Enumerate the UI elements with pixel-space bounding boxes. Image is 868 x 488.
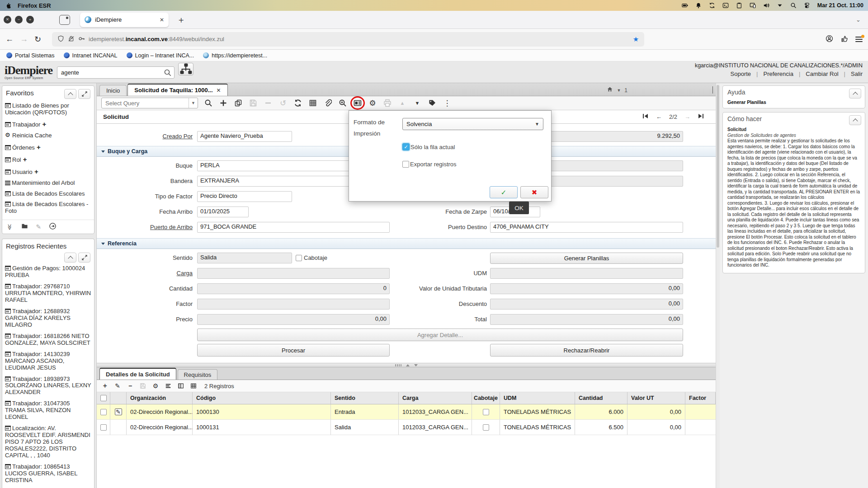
favorite-item[interactable]: Usuario +: [5, 168, 91, 176]
procesar-button[interactable]: Procesar: [197, 344, 390, 357]
plus-icon[interactable]: +: [40, 120, 46, 128]
tab-solicitud-taquilla[interactable]: Solicitud de Taquilla: 1000...✕: [127, 84, 227, 96]
recent-record-item[interactable]: Trabajador: 16818266 NIETO GONZALEZ, MAY…: [5, 333, 91, 347]
refresh-icon[interactable]: [293, 99, 302, 108]
col-carga[interactable]: Carga: [399, 392, 472, 404]
next-record-icon[interactable]: →: [684, 113, 690, 120]
favorite-item[interactable]: Trabajador +: [5, 120, 91, 128]
ayuda-collapse-button[interactable]: [849, 89, 861, 99]
pane-splitter[interactable]: [97, 363, 716, 367]
folder-icon[interactable]: [21, 223, 28, 231]
creado-por-label[interactable]: Creado Por: [97, 133, 193, 140]
detail-edit-icon[interactable]: ✎: [114, 382, 121, 389]
precio-field[interactable]: 0,00: [197, 314, 390, 325]
recent-record-item[interactable]: Trabajador: 12688932 GARCIA DÍAZ KARELYS…: [5, 308, 91, 328]
export-option[interactable]: Exportar registros: [402, 161, 457, 168]
window-minimize-button[interactable]: −: [15, 16, 23, 23]
menubar-caret-icon[interactable]: [777, 2, 783, 9]
print-format-select[interactable]: Solvencia ▼: [402, 118, 543, 130]
attachment-icon[interactable]: [323, 99, 332, 108]
unchecked-checkbox[interactable]: [402, 161, 409, 168]
last-record-icon[interactable]: [698, 113, 704, 120]
recent-expand-button[interactable]: [78, 253, 90, 263]
col-sentido[interactable]: Sentido: [331, 392, 399, 404]
tab-detalles-solicitud[interactable]: Detalles de la Solicitud: [99, 368, 176, 380]
first-record-icon[interactable]: [642, 113, 649, 120]
tab-inicio[interactable]: Inicio: [99, 85, 127, 96]
back-button[interactable]: ←: [5, 34, 14, 44]
bookmark-item[interactable]: Intranet INCANAL: [64, 52, 118, 59]
sentido-field[interactable]: Salida: [197, 253, 292, 263]
favorite-item[interactable]: Reinicia Cache: [5, 132, 91, 139]
tab-dropdown-icon[interactable]: ▼: [617, 88, 621, 93]
select-query-combo[interactable]: ▼: [101, 98, 198, 108]
rechazar-reabrir-button[interactable]: Rechazar/Reabrir: [490, 344, 683, 357]
bookmark-item[interactable]: https://idempieretest...: [203, 52, 267, 59]
sync-icon[interactable]: [709, 2, 716, 9]
vertical-scrollbar[interactable]: [716, 83, 720, 488]
select-query-input[interactable]: [102, 100, 189, 107]
puerto-arribo-label[interactable]: Puerto de Arribo: [97, 224, 193, 230]
cabotaje-cell-checkbox[interactable]: [483, 424, 489, 431]
tab-requisitos[interactable]: Requisitos: [178, 369, 218, 380]
splitter-grip-icon[interactable]: [395, 364, 401, 366]
soporte-link[interactable]: Soporte: [731, 70, 751, 77]
detail-column-toggle-icon[interactable]: [177, 382, 184, 389]
fecha-arribo-field[interactable]: 01/10/2025: [197, 206, 249, 217]
detail-save-icon[interactable]: [139, 382, 146, 389]
detail-record-icon[interactable]: ▼: [413, 99, 422, 108]
col-organizacion[interactable]: Organización: [127, 392, 193, 404]
reload-button[interactable]: ↻: [34, 34, 41, 44]
bookmark-star-icon[interactable]: ★: [633, 35, 639, 43]
cabotaje-cell-checkbox[interactable]: [483, 409, 489, 415]
share-icon[interactable]: [49, 223, 56, 231]
select-all-checkbox[interactable]: [100, 395, 107, 401]
search-icon[interactable]: [790, 2, 797, 9]
tipo-factor-field[interactable]: Precio Directo: [197, 191, 292, 202]
more-options-kebab-icon[interactable]: ⋮: [443, 99, 452, 108]
favorite-item[interactable]: Listado de Bienes por Ubicación (QR/FOTO…: [5, 103, 91, 116]
puerto-arribo-field[interactable]: 971_BOCA GRANDE: [197, 222, 390, 233]
col-factor[interactable]: Factor: [685, 392, 716, 404]
tab-overview-button[interactable]: [59, 15, 70, 25]
new-tab-button[interactable]: ＋: [172, 14, 190, 26]
key-icon[interactable]: [78, 35, 85, 43]
tabbar-chevron-icon[interactable]: ⌄: [856, 16, 864, 23]
window-close-button[interactable]: ✕: [4, 16, 11, 23]
forward-button[interactable]: →: [20, 34, 28, 44]
puerto-destino-field[interactable]: 4706_PANAMA CITY: [490, 222, 683, 233]
col-cantidad[interactable]: Cantidad: [575, 392, 627, 404]
factor-field[interactable]: [197, 299, 390, 310]
device-connect-icon[interactable]: [750, 2, 756, 9]
parent-record-icon[interactable]: ▲: [398, 99, 407, 108]
favorite-item[interactable]: Rol +: [5, 155, 91, 164]
undo-icon[interactable]: ↺: [278, 99, 288, 108]
search-icon[interactable]: [164, 69, 172, 77]
delete-record-icon[interactable]: [264, 99, 273, 108]
current-row-option[interactable]: ✓ Sólo la fila actual: [402, 143, 455, 150]
recent-record-item[interactable]: Trabajador: 18938973 SOLORZANO LINARES, …: [5, 376, 91, 396]
print-preview-report-icon[interactable]: [353, 99, 362, 108]
find-record-icon[interactable]: [204, 99, 213, 108]
copy-record-icon[interactable]: [234, 99, 243, 108]
grid-toggle-icon[interactable]: [308, 99, 317, 108]
cabotaje-checkbox[interactable]: [296, 255, 302, 261]
battery-icon[interactable]: [682, 2, 689, 9]
browser-tab-idempiere[interactable]: iDempiere ✕: [80, 13, 169, 27]
clipboard-icon[interactable]: [736, 2, 743, 9]
plus-icon[interactable]: +: [35, 143, 41, 151]
detail-rows-icon[interactable]: [165, 382, 172, 389]
insecure-lock-icon[interactable]: [68, 35, 75, 43]
recent-record-item[interactable]: Localización: AV. ROOSEVELT EDIF. ARISME…: [5, 425, 91, 459]
toggles-icon[interactable]: [804, 2, 811, 9]
terminal-icon[interactable]: [722, 2, 729, 9]
como-hacer-collapse-button[interactable]: [849, 115, 861, 125]
close-tab-icon[interactable]: ✕: [217, 87, 221, 94]
scrollbar-thumb[interactable]: [717, 85, 719, 248]
descuento-field[interactable]: 0,00: [490, 299, 683, 310]
recent-record-item[interactable]: Trabajador: 29768710 URRUTIA MONTERO, YH…: [5, 283, 91, 304]
pocket-thumb-icon[interactable]: [840, 35, 848, 44]
col-cabotaje[interactable]: Cabotaje: [472, 392, 500, 404]
menu-tree-button[interactable]: [178, 63, 193, 75]
bookmark-item[interactable]: Login – Intranet INCA...: [127, 52, 194, 59]
